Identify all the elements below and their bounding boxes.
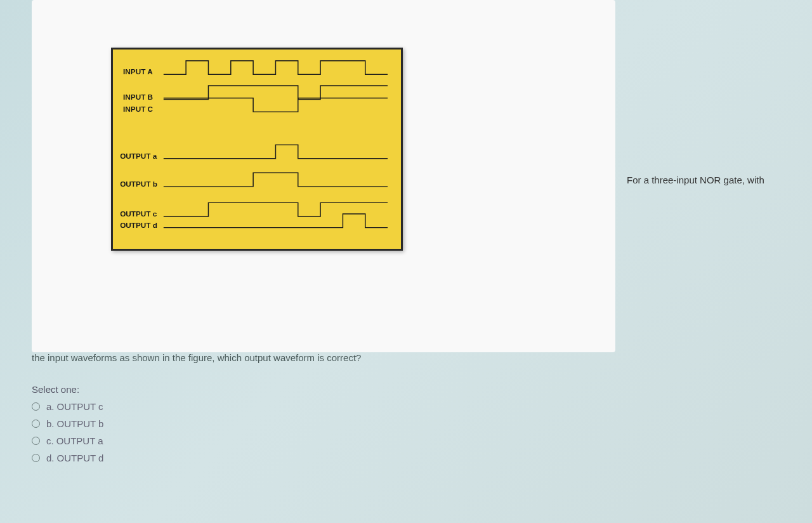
waveform-input-c <box>164 98 388 112</box>
waveform-input-a <box>164 61 388 75</box>
label-output-b: OUTPUT b <box>120 180 157 188</box>
radio-icon <box>32 420 40 428</box>
select-one-label: Select one: <box>32 384 79 395</box>
label-output-a: OUTPUT a <box>120 152 157 160</box>
label-input-b: INPUT B <box>123 93 153 101</box>
radio-icon <box>32 437 40 445</box>
label-output-d: OUTPUT d <box>120 221 157 229</box>
radio-icon <box>32 454 40 462</box>
waveform-figure: INPUT A INPUT B INPUT C OUTPUT a OUTPUT … <box>111 48 403 251</box>
option-text: OUTPUT a <box>56 435 103 446</box>
option-d[interactable]: d. OUTPUT d <box>32 453 103 463</box>
option-letter: a. <box>46 401 55 412</box>
question-text-main: the input waveforms as shown in the figu… <box>32 352 361 363</box>
option-c[interactable]: c. OUTPUT a <box>32 435 103 446</box>
option-b[interactable]: b. OUTPUT b <box>32 418 103 429</box>
options-list: a. OUTPUT c b. OUTPUT b c. OUTPUT a d. O… <box>32 401 103 470</box>
option-a[interactable]: a. OUTPUT c <box>32 401 103 412</box>
option-letter: d. <box>46 453 55 463</box>
waveform-output-b <box>164 173 388 187</box>
option-text: OUTPUT d <box>57 453 104 463</box>
label-input-c: INPUT C <box>123 105 154 113</box>
waveform-svg: INPUT A INPUT B INPUT C OUTPUT a OUTPUT … <box>113 50 401 249</box>
option-letter: c. <box>46 435 54 446</box>
option-letter: b. <box>46 418 55 429</box>
option-text: OUTPUT b <box>57 418 104 429</box>
label-output-c: OUTPUT c <box>120 209 157 218</box>
option-text: OUTPUT c <box>57 401 103 412</box>
waveform-input-b <box>164 86 388 100</box>
waveform-output-a <box>164 145 388 159</box>
label-input-a: INPUT A <box>123 67 153 76</box>
waveforms <box>164 61 388 228</box>
page-container: INPUT A INPUT B INPUT C OUTPUT a OUTPUT … <box>0 0 812 523</box>
question-text-lead: For a three-input NOR gate, with <box>627 175 764 185</box>
radio-icon <box>32 402 40 411</box>
